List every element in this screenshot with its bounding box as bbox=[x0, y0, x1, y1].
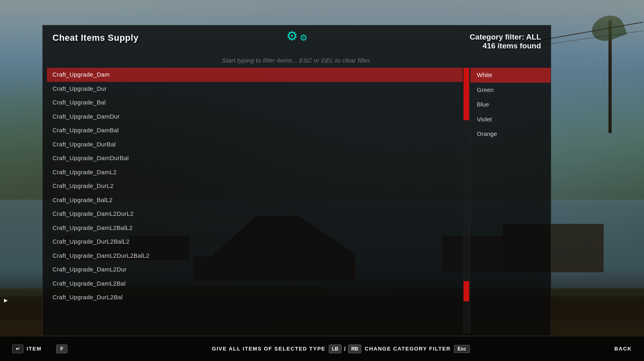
color-filter-orange[interactable]: Orange bbox=[470, 127, 551, 142]
color-filter-panel: White Green Blue Violet Orange bbox=[470, 68, 551, 334]
list-item[interactable]: Craft_Upgrade_DurL2BalL2 bbox=[47, 235, 463, 249]
list-item[interactable]: Craft_Upgrade_DamL2 bbox=[47, 165, 463, 179]
category-info: Category filter: ALL 416 items found bbox=[470, 33, 541, 50]
list-item[interactable]: Craft_Upgrade_DamBal bbox=[47, 123, 463, 138]
color-filter-green[interactable]: Green bbox=[470, 83, 551, 98]
item-action-label: ITEM bbox=[27, 346, 42, 352]
color-filter-violet[interactable]: Violet bbox=[470, 112, 551, 127]
list-item[interactable]: Craft_Upgrade_DamL2DurL2BalL2 bbox=[47, 249, 463, 263]
gear-large-icon: ⚙ bbox=[286, 29, 298, 42]
bottom-right-actions: BACK bbox=[614, 346, 632, 352]
esc-key-badge: Esc bbox=[454, 345, 470, 353]
list-item[interactable]: Craft_Upgrade_DamL2BalL2 bbox=[47, 221, 463, 235]
bottom-bar: ↵ ITEM F GIVE ALL ITEMS OF SELECTED TYPE… bbox=[0, 336, 644, 361]
panel-title: Cheat Items Supply bbox=[52, 33, 138, 43]
list-item[interactable]: Craft_Upgrade_Bal bbox=[47, 96, 463, 110]
gear-icons: ⚙ ⚙ bbox=[286, 29, 308, 42]
list-item[interactable]: Craft_Upgrade_DamDur bbox=[47, 110, 463, 124]
bottom-center-actions: GIVE ALL ITEMS OF SELECTED TYPE LB / RB … bbox=[212, 344, 470, 353]
back-label: BACK bbox=[614, 346, 632, 352]
f-key-badge: F bbox=[56, 344, 67, 353]
filter-hint: Start typing to filter items... ESC or D… bbox=[43, 54, 551, 68]
list-item[interactable]: Craft_Upgrade_DamL2DurL2 bbox=[47, 207, 463, 221]
color-filter-blue[interactable]: Blue bbox=[470, 97, 551, 112]
list-item[interactable]: Craft_Upgrade_Dam bbox=[47, 68, 463, 82]
list-item[interactable]: Craft_Upgrade_DamDurBal bbox=[47, 151, 463, 165]
change-category-label: CHANGE CATEGORY FILTER bbox=[365, 346, 451, 352]
mouse-cursor: ▸ bbox=[4, 296, 8, 305]
list-item[interactable]: Craft_Upgrade_DamL2Dur bbox=[47, 263, 463, 277]
give-all-label: GIVE ALL ITEMS OF SELECTED TYPE bbox=[212, 346, 325, 352]
enter-key-badge: ↵ bbox=[12, 344, 23, 353]
list-item[interactable]: Craft_Upgrade_Dur bbox=[47, 82, 463, 96]
lb-key-badge: LB bbox=[329, 344, 342, 353]
scrollbar-thumb-bottom[interactable] bbox=[464, 281, 469, 301]
main-panel: Cheat Items Supply ⚙ ⚙ Category filter: … bbox=[42, 25, 551, 336]
slash-separator: / bbox=[344, 346, 346, 352]
bottom-left-actions: ↵ ITEM F bbox=[12, 344, 67, 353]
rb-key-badge: RB bbox=[348, 344, 361, 353]
list-item[interactable]: Craft_Upgrade_DurL2 bbox=[47, 179, 463, 193]
list-item[interactable]: Craft_Upgrade_DurL2Bal bbox=[47, 290, 463, 305]
list-item[interactable]: Craft_Upgrade_BalL2 bbox=[47, 193, 463, 207]
list-item[interactable]: Craft_Upgrade_DamL2Bal bbox=[47, 277, 463, 291]
lb-rb-keys: LB / RB bbox=[329, 344, 361, 353]
category-filter-label: Category filter: ALL bbox=[470, 33, 541, 42]
item-list[interactable]: Craft_Upgrade_Dam Craft_Upgrade_Dur Craf… bbox=[43, 68, 463, 334]
header: Cheat Items Supply ⚙ ⚙ Category filter: … bbox=[43, 25, 551, 54]
scrollbar-thumb-top[interactable] bbox=[464, 68, 469, 120]
list-item[interactable]: Craft_Upgrade_DurBal bbox=[47, 138, 463, 152]
scrollbar[interactable] bbox=[463, 68, 470, 334]
content-area: Craft_Upgrade_Dam Craft_Upgrade_Dur Craf… bbox=[43, 68, 551, 334]
items-found-label: 416 items found bbox=[470, 42, 541, 50]
gear-small-icon: ⚙ bbox=[300, 33, 308, 42]
color-filter-white[interactable]: White bbox=[470, 68, 551, 83]
